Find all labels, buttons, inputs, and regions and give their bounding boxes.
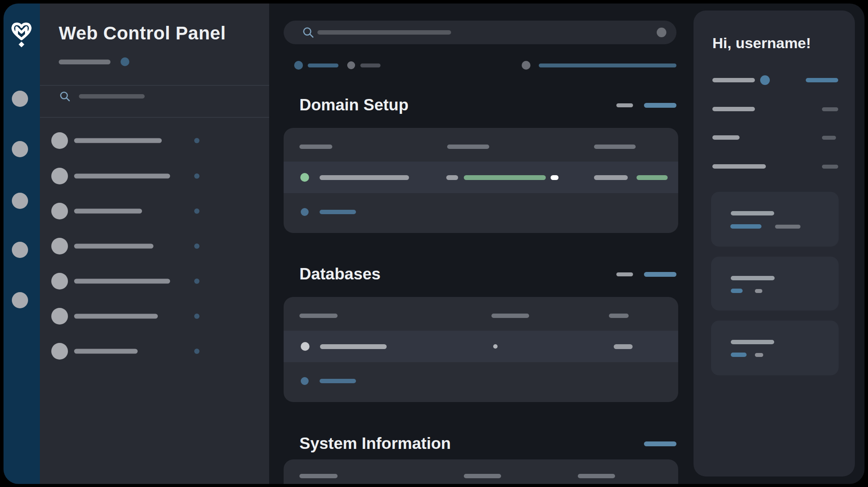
sidebar-item-label-skeleton xyxy=(74,174,170,179)
rail-nav-icon-4[interactable] xyxy=(12,242,28,258)
sidebar-item-1[interactable] xyxy=(40,128,269,153)
rail-nav-icon-3[interactable] xyxy=(12,193,28,209)
sidebar-item-6[interactable] xyxy=(40,303,269,329)
icon-rail xyxy=(4,4,40,484)
database-table-row[interactable] xyxy=(284,331,678,362)
domain-setup-table xyxy=(284,128,678,233)
sidebar-item-icon xyxy=(51,273,68,289)
card-link-skeleton-bar xyxy=(731,353,747,357)
sidebar-item-badge-dot xyxy=(194,244,199,249)
column-header-skeleton xyxy=(447,145,489,149)
value-skeleton-dot xyxy=(493,344,498,349)
sidebar-item-badge-dot xyxy=(194,138,199,143)
sidebar-subtitle-skeleton-bar xyxy=(59,60,110,64)
database-status-dot xyxy=(301,342,309,351)
card-meta-skeleton-bar xyxy=(755,353,763,357)
sidebar-item-label-skeleton xyxy=(74,138,162,143)
value-skeleton-pill xyxy=(446,175,458,180)
main-search-input[interactable] xyxy=(284,21,676,44)
section-title-domain-setup: Domain Setup xyxy=(299,96,409,114)
domain-setup-secondary-action-pill[interactable] xyxy=(616,103,633,107)
column-header-skeleton xyxy=(299,314,338,318)
panel-card-2[interactable] xyxy=(711,257,839,311)
sidebar-item-badge-dot xyxy=(194,208,199,214)
card-meta-skeleton-bar xyxy=(755,289,762,293)
domain-table-row[interactable] xyxy=(284,162,678,193)
stat-label-skeleton-bar xyxy=(712,78,755,82)
sidebar-item-5[interactable] xyxy=(40,268,269,294)
sidebar-item-label-skeleton xyxy=(74,244,153,249)
stat-value-link-bar[interactable] xyxy=(806,78,838,82)
section-title-system-information: System Information xyxy=(299,434,451,453)
brand-logo-icon xyxy=(10,21,33,56)
rail-nav-icon-1[interactable] xyxy=(12,91,28,107)
system-information-primary-action-pill[interactable] xyxy=(644,441,676,446)
domain-setup-primary-action-pill[interactable] xyxy=(644,103,676,108)
sidebar-subtitle-dot xyxy=(121,57,129,66)
rail-nav-icon-5[interactable] xyxy=(12,292,28,308)
databases-table xyxy=(284,297,678,402)
breadcrumb-item-dot[interactable] xyxy=(347,61,355,69)
database-name-skeleton-bar xyxy=(320,344,387,349)
status-skeleton-bar-green xyxy=(637,175,668,180)
sidebar-item-label-skeleton xyxy=(74,209,142,214)
sidebar-item-3[interactable] xyxy=(40,198,269,224)
column-header-skeleton xyxy=(299,474,338,478)
card-meta-skeleton-bar xyxy=(775,225,800,229)
status-active-dot xyxy=(300,173,309,182)
system-information-table xyxy=(284,459,678,484)
column-header-skeleton xyxy=(299,145,332,149)
sidebar-item-icon xyxy=(51,203,68,219)
sidebar-item-icon xyxy=(51,343,68,360)
sidebar: Web Control Panel xyxy=(40,4,269,484)
sidebar-search-placeholder-bar xyxy=(79,94,145,99)
sidebar-item-label-skeleton xyxy=(74,349,138,354)
column-header-skeleton xyxy=(609,314,629,318)
value-skeleton-pill-white xyxy=(551,175,559,180)
user-panel: Hi, username! xyxy=(694,11,855,476)
sidebar-item-2[interactable] xyxy=(40,163,269,189)
card-title-skeleton-bar xyxy=(731,276,775,280)
column-header-skeleton xyxy=(594,145,636,149)
domain-add-new-link[interactable] xyxy=(284,203,678,228)
user-greeting: Hi, username! xyxy=(712,35,811,52)
databases-secondary-action-pill[interactable] xyxy=(616,272,633,276)
sidebar-item-icon xyxy=(51,308,68,325)
stat-label-skeleton-bar xyxy=(712,107,755,111)
sidebar-item-label-skeleton xyxy=(74,314,158,319)
sidebar-item-label-skeleton xyxy=(74,279,170,284)
sidebar-item-4[interactable] xyxy=(40,233,269,259)
sidebar-search[interactable] xyxy=(40,86,269,117)
main-search-placeholder-bar xyxy=(317,30,451,35)
databases-primary-action-pill[interactable] xyxy=(644,272,676,277)
value-skeleton-bar xyxy=(614,344,633,349)
panel-card-1[interactable] xyxy=(711,192,839,247)
panel-card-3[interactable] xyxy=(711,321,839,375)
add-link-skeleton-bar xyxy=(320,210,356,214)
breadcrumb-item-active-dot[interactable] xyxy=(294,61,303,70)
breadcrumb-item-active-bar[interactable] xyxy=(308,64,338,67)
breadcrumb-item-bar[interactable] xyxy=(360,64,381,67)
sidebar-item-7[interactable] xyxy=(40,339,269,364)
column-header-skeleton xyxy=(464,474,501,478)
card-title-skeleton-bar xyxy=(731,211,774,215)
sidebar-item-badge-dot xyxy=(194,173,199,179)
sidebar-divider-bottom xyxy=(40,117,269,118)
card-link-skeleton-bar xyxy=(731,289,743,293)
card-title-skeleton-bar xyxy=(731,340,774,344)
value-skeleton-bar xyxy=(594,175,628,180)
column-header-skeleton xyxy=(578,474,615,478)
stat-value-skeleton-bar xyxy=(822,136,836,140)
database-add-new-link[interactable] xyxy=(284,372,678,397)
search-clear-icon[interactable] xyxy=(657,28,666,37)
desktop-background: Web Control Panel xyxy=(0,0,868,487)
card-link-skeleton-bar xyxy=(730,224,761,229)
app-title: Web Control Panel xyxy=(59,23,226,44)
stat-label-skeleton-bar xyxy=(712,135,740,140)
filter-toggle-dot[interactable] xyxy=(522,61,530,70)
add-icon xyxy=(301,208,309,216)
sidebar-item-badge-dot xyxy=(194,279,199,284)
sidebar-item-icon xyxy=(51,132,68,149)
add-link-skeleton-bar xyxy=(320,379,356,383)
rail-nav-icon-2[interactable] xyxy=(12,141,28,157)
